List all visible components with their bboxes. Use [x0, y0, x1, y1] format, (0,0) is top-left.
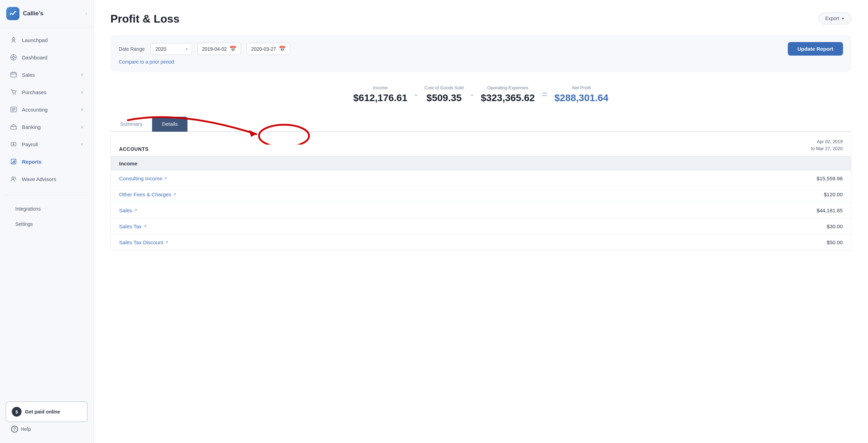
tab-details-label: Details — [162, 121, 178, 127]
cogs-summary: Cost of Goods Sold $509.35 — [425, 85, 464, 104]
cogs-label: Cost of Goods Sold — [425, 85, 464, 90]
sales-tax-discount-label: Sales Tax Discount — [119, 239, 163, 245]
sidebar-item-banking-label: Banking — [22, 124, 41, 130]
sidebar-item-settings[interactable]: Settings — [8, 217, 85, 231]
sidebar-logo[interactable]: Callie's › — [0, 0, 93, 27]
sidebar-item-dashboard-label: Dashboard — [22, 55, 47, 60]
other-fees-value: $120.00 — [824, 191, 843, 197]
date-range-line2: to Mar 27, 2020 — [811, 146, 843, 151]
purchases-icon — [10, 88, 17, 96]
tab-summary-label: Summary — [120, 121, 142, 127]
date-range-select-wrapper: 2020 2019 2018 Custom — [150, 43, 192, 55]
date-from-input[interactable]: 2019-04-02 📅 — [198, 43, 241, 55]
sales-link[interactable]: Sales ↗ — [119, 207, 137, 213]
sidebar-item-purchases-label: Purchases — [22, 89, 47, 95]
operator-3: = — [542, 89, 547, 100]
income-label: Income — [353, 85, 408, 90]
calendar-to-icon: 📅 — [279, 46, 286, 52]
income-section-label: Income — [119, 161, 137, 166]
date-range-label: Date Range — [119, 46, 145, 52]
sidebar-item-purchases[interactable]: Purchases ∨ — [3, 84, 91, 100]
sidebar-item-payroll[interactable]: Payroll ∨ — [3, 136, 91, 153]
operator-1: - — [414, 89, 417, 100]
sales-row-label: Sales — [119, 207, 132, 213]
filter-bar: Date Range 2020 2019 2018 Custom 2019-04… — [110, 35, 851, 72]
get-paid-label: Get paid online — [25, 409, 60, 415]
table-row: Other Fees & Charges ↗ $120.00 — [111, 187, 851, 203]
sales-tax-link[interactable]: Sales Tax ↗ — [119, 223, 147, 229]
cogs-value: $509.35 — [425, 92, 464, 104]
help-link[interactable]: ? Help — [6, 422, 88, 436]
date-range-select[interactable]: 2020 2019 2018 Custom — [150, 43, 192, 55]
tab-details[interactable]: Details — [152, 117, 187, 132]
accounting-chevron-icon: ∨ — [81, 107, 84, 112]
accounting-icon — [10, 106, 17, 113]
date-to-input[interactable]: 2020-03-27 📅 — [247, 43, 290, 55]
sales-chevron-icon: ∨ — [81, 72, 84, 77]
get-paid-button[interactable]: $ Get paid online — [6, 401, 88, 422]
sidebar-item-banking[interactable]: Banking ∨ — [3, 118, 91, 135]
svg-rect-7 — [11, 126, 16, 129]
consulting-income-link[interactable]: Consulting Income ↗ — [119, 175, 167, 181]
sales-tax-discount-link[interactable]: Sales Tax Discount ↗ — [119, 239, 168, 245]
sidebar-item-launchpad-label: Launchpad — [22, 37, 48, 43]
purchases-chevron-icon: ∨ — [81, 90, 84, 95]
sidebar-item-reports-label: Reports — [22, 159, 42, 165]
payroll-icon — [10, 140, 17, 148]
sidebar-item-reports[interactable]: Reports — [3, 153, 91, 170]
external-link-icon: ↗ — [173, 192, 176, 197]
income-section-header: Income — [111, 156, 851, 171]
sidebar-item-wave-advisors[interactable]: Wave Advisors — [3, 171, 91, 187]
sidebar: Callie's › Launchpad Dashboard Sales ∨ — [0, 0, 94, 443]
help-label: Help — [21, 426, 31, 432]
page-header: Profit & Loss Export ▼ — [110, 13, 851, 25]
table-row: Sales Tax Discount ↗ $50.00 — [111, 235, 851, 250]
wave-advisors-icon — [10, 175, 17, 183]
sales-icon — [10, 71, 17, 79]
settings-label: Settings — [15, 221, 33, 227]
svg-point-2 — [12, 56, 15, 58]
sidebar-item-integrations[interactable]: Integrations — [8, 202, 85, 216]
tab-summary[interactable]: Summary — [110, 117, 152, 132]
sidebar-item-launchpad[interactable]: Launchpad — [3, 32, 91, 48]
svg-point-0 — [13, 39, 14, 40]
date-range-line1: Apr 02, 2019 — [817, 139, 843, 144]
main-content: Profit & Loss Export ▼ Date Range 2020 2… — [94, 0, 868, 443]
export-button[interactable]: Export ▼ — [819, 13, 851, 24]
consulting-income-value: $15,559.98 — [817, 175, 843, 181]
sales-row-value: $44,181.85 — [817, 207, 843, 213]
export-label: Export — [825, 16, 839, 21]
dashboard-icon — [10, 54, 17, 61]
other-fees-label: Other Fees & Charges — [119, 191, 171, 197]
sidebar-item-accounting[interactable]: Accounting ∨ — [3, 101, 91, 118]
accounts-table: ACCOUNTS Apr 02, 2019 to Mar 27, 2020 In… — [110, 132, 851, 251]
sidebar-item-sales[interactable]: Sales ∨ — [3, 66, 91, 83]
opex-label: Operating Expenses — [481, 85, 535, 90]
integrations-label: Integrations — [15, 206, 41, 212]
wave-logo-icon — [6, 7, 19, 20]
sidebar-item-payroll-label: Payroll — [22, 141, 38, 147]
table-row: Sales Tax ↗ $30.00 — [111, 219, 851, 235]
update-report-button[interactable]: Update Report — [788, 42, 843, 56]
sidebar-item-sales-label: Sales — [22, 72, 35, 78]
compare-link[interactable]: Compare to a prior period — [119, 59, 174, 65]
opex-value: $323,365.62 — [481, 92, 535, 104]
svg-point-10 — [12, 177, 14, 179]
net-profit-value: $288,301.64 — [554, 92, 609, 104]
banking-chevron-icon: ∨ — [81, 124, 84, 129]
payroll-chevron-icon: ∨ — [81, 142, 84, 147]
reports-icon — [10, 158, 17, 165]
table-date-range: Apr 02, 2019 to Mar 27, 2020 — [811, 138, 843, 152]
table-header: ACCOUNTS Apr 02, 2019 to Mar 27, 2020 — [111, 132, 851, 156]
company-name: Callie's — [23, 10, 82, 17]
income-summary: Income $612,176.61 — [353, 85, 408, 104]
other-fees-link[interactable]: Other Fees & Charges ↗ — [119, 191, 176, 197]
svg-rect-3 — [11, 73, 16, 77]
opex-summary: Operating Expenses $323,365.62 — [481, 85, 535, 104]
summary-row: Income $612,176.61 - Cost of Goods Sold … — [110, 82, 851, 107]
sales-tax-label: Sales Tax — [119, 223, 142, 229]
sidebar-item-accounting-label: Accounting — [22, 107, 48, 113]
company-chevron-icon: › — [85, 11, 87, 16]
sales-tax-value: $30.00 — [827, 223, 843, 229]
sidebar-item-dashboard[interactable]: Dashboard — [3, 49, 91, 66]
